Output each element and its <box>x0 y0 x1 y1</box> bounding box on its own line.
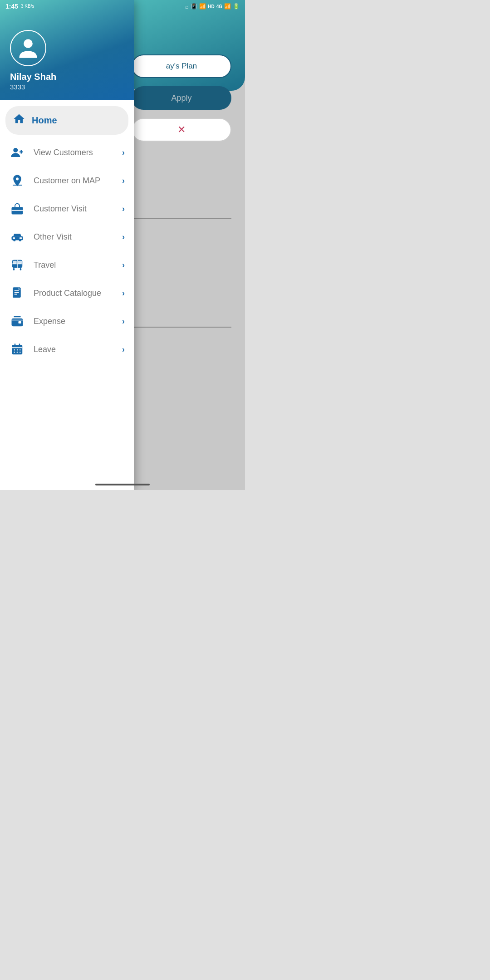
right-divider-2 <box>132 327 231 328</box>
apply-button[interactable]: Apply <box>132 86 231 110</box>
network-speed: 3 KB/s <box>21 4 34 9</box>
svg-point-1 <box>13 148 18 152</box>
bottom-home-indicator <box>95 484 150 485</box>
home-icon <box>13 113 25 128</box>
sidebar-item-view-customers[interactable]: View Customers › <box>0 138 134 167</box>
user-name: Nilay Shah <box>10 72 56 82</box>
briefcase-icon <box>9 202 25 216</box>
sidebar-item-home[interactable]: Home <box>5 106 128 135</box>
expense-chevron: › <box>122 317 125 326</box>
svg-rect-8 <box>20 237 22 239</box>
svg-point-30 <box>14 352 15 353</box>
sidebar-item-other-visit[interactable]: Other Visit › <box>0 223 134 251</box>
view-customers-chevron: › <box>122 148 125 157</box>
people-add-icon <box>9 146 25 159</box>
customer-visit-chevron: › <box>122 204 125 214</box>
todays-plan-button[interactable]: ay's Plan <box>132 54 231 78</box>
svg-point-0 <box>24 39 33 48</box>
map-pin-icon <box>9 174 25 187</box>
svg-rect-12 <box>13 261 17 264</box>
expense-label: Expense <box>34 317 114 326</box>
travel-label: Travel <box>34 260 114 270</box>
svg-point-6 <box>19 239 21 241</box>
svg-rect-22 <box>19 321 21 323</box>
svg-rect-13 <box>18 261 22 264</box>
status-time: 1:45 <box>5 3 18 10</box>
svg-point-5 <box>13 239 15 241</box>
status-bar: 1:45 3 KB/s ⌕ 📳 📶 HD 4G 📶 🔋 <box>0 0 245 13</box>
leave-label: Leave <box>34 345 114 354</box>
svg-point-29 <box>20 349 21 351</box>
hd-badge: HD <box>208 4 214 9</box>
sidebar-item-customer-map[interactable]: Customer on MAP › <box>0 167 134 195</box>
svg-point-32 <box>20 352 21 353</box>
svg-point-14 <box>13 269 15 270</box>
status-right-icons: ⌕ 📳 📶 HD 4G 📶 🔋 <box>185 3 240 10</box>
battery-icon: 🔋 <box>233 3 240 10</box>
customer-map-label: Customer on MAP <box>34 176 114 186</box>
bus-icon <box>9 258 25 272</box>
calendar-icon <box>9 343 25 356</box>
travel-chevron: › <box>122 260 125 270</box>
close-button[interactable]: ✕ <box>132 118 231 142</box>
customer-visit-label: Customer Visit <box>34 204 114 214</box>
sidebar-item-travel[interactable]: Travel › <box>0 251 134 279</box>
svg-point-27 <box>14 349 15 351</box>
home-label: Home <box>32 115 57 126</box>
4g-badge: 4G <box>216 4 222 9</box>
plan-button-label: ay's Plan <box>166 62 197 71</box>
svg-point-15 <box>20 269 22 270</box>
vibrate-icon: 📳 <box>191 3 197 10</box>
location-icon: ⌕ <box>185 3 189 10</box>
customer-map-chevron: › <box>122 176 125 186</box>
sidebar-item-product-catalogue[interactable]: Product Catalogue › <box>0 279 134 307</box>
avatar <box>10 30 46 66</box>
user-id: 3333 <box>10 83 25 91</box>
leave-chevron: › <box>122 345 125 354</box>
sidebar-item-customer-visit[interactable]: Customer Visit › <box>0 195 134 223</box>
wifi-icon: 📶 <box>199 3 206 10</box>
close-icon: ✕ <box>177 124 186 136</box>
view-customers-label: View Customers <box>34 148 114 157</box>
drawer-nav: Home View Customers › Customer <box>0 100 134 490</box>
car-icon <box>9 230 25 244</box>
product-catalogue-chevron: › <box>122 289 125 298</box>
svg-point-31 <box>17 352 18 353</box>
sidebar-item-leave[interactable]: Leave › <box>0 335 134 363</box>
bottom-bar <box>0 479 245 490</box>
avatar-icon <box>18 37 38 59</box>
other-visit-chevron: › <box>122 232 125 242</box>
wallet-icon <box>9 314 25 328</box>
svg-rect-7 <box>13 237 15 239</box>
drawer-header: Nilay Shah 3333 <box>0 0 134 100</box>
sidebar-item-expense[interactable]: Expense › <box>0 307 134 335</box>
right-divider-1 <box>132 218 231 219</box>
signal-icon: 📶 <box>224 3 231 10</box>
other-visit-label: Other Visit <box>34 232 114 242</box>
navigation-drawer: Nilay Shah 3333 Home View Customers › <box>0 0 134 490</box>
apply-label: Apply <box>171 93 191 103</box>
document-icon <box>9 286 25 300</box>
product-catalogue-label: Product Catalogue <box>34 289 114 298</box>
svg-point-28 <box>17 349 18 351</box>
